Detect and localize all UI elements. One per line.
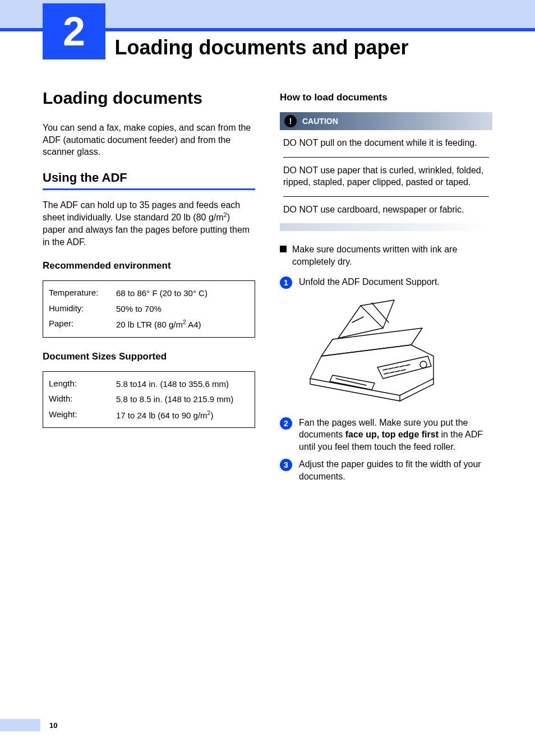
env-paper-value-1: 20 lb LTR (80 g/m bbox=[116, 320, 183, 329]
svg-point-0 bbox=[420, 361, 427, 368]
section-heading-loading-documents: Loading documents bbox=[43, 89, 255, 107]
table-row: Width: 5.8 to 8.5 in. (148 to 215.9 mm) bbox=[49, 391, 249, 407]
recommended-env-table: Temperature: 68 to 86° F (20 to 30° C) H… bbox=[43, 280, 255, 338]
sizes-width-label: Width: bbox=[49, 394, 116, 405]
table-row: Paper: 20 lb LTR (80 g/m2 A4) bbox=[49, 316, 249, 333]
sizes-length-label: Length: bbox=[49, 379, 116, 390]
right-column: How to load documents ! CAUTION DO NOT p… bbox=[280, 89, 492, 488]
chapter-title: Loading documents and paper bbox=[114, 10, 408, 59]
env-paper-label: Paper: bbox=[49, 319, 116, 330]
step-3: 3 Adjust the paper guides to fit the wid… bbox=[280, 458, 492, 482]
bullet-item: Make sure documents written with ink are… bbox=[280, 243, 492, 268]
sizes-weight-value: 17 to 24 lb (64 to 90 g/m2) bbox=[116, 409, 249, 421]
sizes-weight-value-2: ) bbox=[210, 411, 213, 420]
adf-para-text-1: The ADF can hold up to 35 pages and feed… bbox=[43, 200, 240, 223]
page-footer: 10 bbox=[0, 719, 535, 731]
env-humidity-value: 50% to 70% bbox=[116, 303, 249, 315]
step-3-text: Adjust the paper guides to fit the width… bbox=[299, 458, 492, 482]
sizes-width-value: 5.8 to 8.5 in. (148 to 215.9 mm) bbox=[116, 394, 249, 405]
footer-color-strip bbox=[0, 719, 40, 731]
table-row: Humidity: 50% to 70% bbox=[49, 301, 249, 317]
caution-item-3: DO NOT use cardboard, newspaper or fabri… bbox=[280, 197, 492, 224]
step-2: 2 Fan the pages well. Make sure you put … bbox=[280, 417, 492, 453]
caution-item-1: DO NOT pull on the document while it is … bbox=[280, 130, 492, 157]
recommended-env-heading: Recommended environment bbox=[43, 260, 255, 271]
table-row: Weight: 17 to 24 lb (64 to 90 g/m2) bbox=[49, 407, 249, 423]
printer-illustration bbox=[299, 294, 445, 407]
caution-icon: ! bbox=[284, 115, 297, 127]
sizes-weight-label: Weight: bbox=[49, 409, 116, 421]
env-temperature-label: Temperature: bbox=[49, 288, 116, 299]
sizes-weight-value-1: 17 to 24 lb (64 to 90 g/m bbox=[116, 411, 207, 420]
bullet-text: Make sure documents written with ink are… bbox=[292, 243, 492, 268]
intro-paragraph: You can send a fax, make copies, and sca… bbox=[43, 122, 255, 158]
how-to-load-heading: How to load documents bbox=[280, 92, 492, 103]
document-sizes-table: Length: 5.8 to14 in. (148 to 355.6 mm) W… bbox=[43, 371, 255, 428]
subsection-rule bbox=[43, 188, 255, 190]
env-paper-value-2: A4) bbox=[186, 320, 201, 329]
step-1-text: Unfold the ADF Document Support. bbox=[299, 276, 440, 289]
page-number: 10 bbox=[49, 721, 57, 730]
caution-item-2: DO NOT use paper that is curled, wrinkle… bbox=[280, 158, 492, 196]
step-number-icon: 1 bbox=[280, 276, 292, 289]
table-row: Length: 5.8 to14 in. (148 to 355.6 mm) bbox=[49, 376, 249, 392]
step-2-text-bold: face up, top edge first bbox=[345, 430, 439, 439]
table-row: Temperature: 68 to 86° F (20 to 30° C) bbox=[49, 285, 249, 301]
env-temperature-value: 68 to 86° F (20 to 30° C) bbox=[116, 288, 249, 299]
bullet-square-icon bbox=[280, 246, 287, 252]
step-number-icon: 3 bbox=[280, 459, 292, 471]
sizes-length-value: 5.8 to14 in. (148 to 355.6 mm) bbox=[116, 379, 249, 390]
document-sizes-heading: Document Sizes Supported bbox=[43, 351, 255, 362]
chapter-number: 2 bbox=[43, 3, 105, 59]
adf-paragraph: The ADF can hold up to 35 pages and feed… bbox=[43, 199, 255, 248]
subsection-heading-using-adf: Using the ADF bbox=[43, 170, 255, 185]
caution-label: CAUTION bbox=[302, 117, 338, 126]
caution-header: ! CAUTION bbox=[280, 112, 492, 130]
step-number-icon: 2 bbox=[280, 417, 292, 430]
caution-box: ! CAUTION DO NOT pull on the document wh… bbox=[280, 112, 492, 231]
step-2-text: Fan the pages well. Make sure you put th… bbox=[299, 417, 492, 453]
step-1: 1 Unfold the ADF Document Support. bbox=[280, 276, 492, 289]
env-paper-value: 20 lb LTR (80 g/m2 A4) bbox=[116, 319, 249, 330]
caution-footer-band bbox=[280, 223, 492, 231]
left-column: Loading documents You can send a fax, ma… bbox=[43, 89, 255, 488]
env-humidity-label: Humidity: bbox=[49, 303, 116, 315]
